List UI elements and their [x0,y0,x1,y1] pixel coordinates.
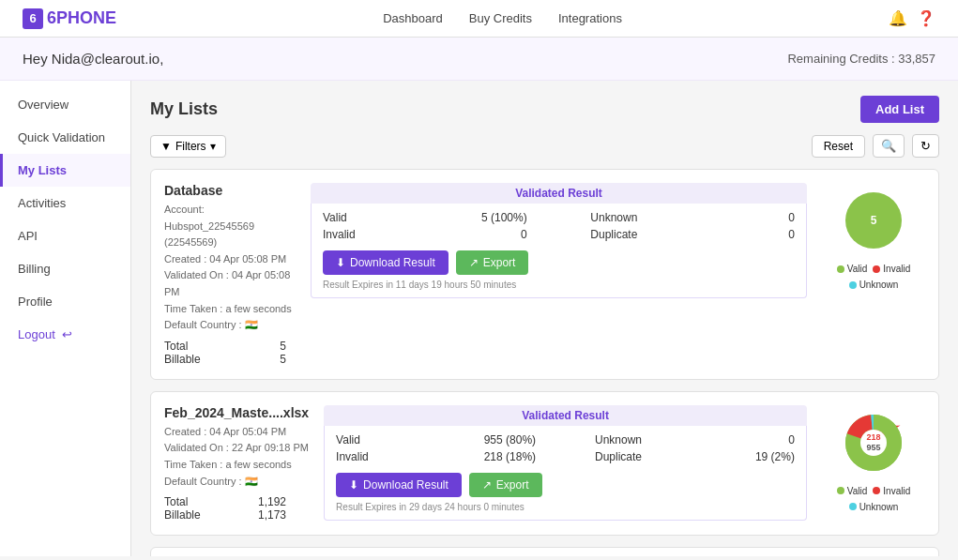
validated-section-database: Validated Result Valid 5 (100%) Unknown … [311,183,807,298]
flag-0: 🇮🇳 [245,319,258,330]
validated-body-1: Valid 955 (80%) Unknown 0 Invalid 218 (1… [324,426,807,521]
sidebar-item-overview[interactable]: Overview [0,88,130,121]
greeting-text: Hey Nida@clearout.io, [23,51,163,67]
filter-chevron: ▾ [210,140,216,153]
export-icon-1: ↗ [482,478,492,492]
expires-text-1: Result Expires in 29 days 24 hours 0 min… [336,502,795,512]
validated-title-0: Validated Result [311,183,807,204]
sidebar-item-my-lists[interactable]: My Lists [0,154,130,187]
valid-row-0: Valid 5 (100%) Unknown 0 [323,211,795,224]
logo-icon: 6 [23,8,43,29]
sidebar-item-quick-validation[interactable]: Quick Validation [0,121,130,154]
expires-text-0: Result Expires in 11 days 19 hours 50 mi… [323,280,795,290]
svg-text:955: 955 [866,443,880,452]
logo: 6 6PHONE [23,8,116,29]
invalid-row-0: Invalid 0 Duplicate 0 [323,228,795,241]
header-icons: 🔔 ❓ [889,9,935,27]
search-button[interactable]: 🔍 [873,134,905,158]
refresh-button[interactable]: ↻ [912,134,939,158]
export-button-0[interactable]: ↗ Export [456,250,529,275]
reset-button[interactable]: Reset [812,135,865,158]
card-totals-feb2024: Total1,192 Billable1,173 [164,495,309,522]
content: My Lists Add List ▼ Filters ▾ Reset 🔍 ↻ … [131,81,958,556]
sidebar-item-activities[interactable]: Activities [0,187,130,219]
sidebar-item-api[interactable]: API [0,219,130,252]
filter-label: Filters [175,140,206,153]
invalid-row-1: Invalid 218 (18%) Duplicate 19 (2%) [336,450,795,463]
validated-title-1: Validated Result [324,405,807,426]
nav-dashboard[interactable]: Dashboard [383,11,443,25]
validated-section-feb2024: Validated Result Valid 955 (80%) Unknown… [324,405,807,521]
pie-legend-0: Valid Invalid Unknown [822,264,925,290]
header-nav: Dashboard Buy Credits Integrations [383,11,622,25]
logout-icon: ↩ [62,327,72,341]
action-btns-1: ⬇ Download Result ↗ Export [336,473,795,497]
download-icon-1: ⬇ [349,478,358,492]
pie-legend-1: Valid Invalid Unknown [822,486,925,512]
export-button-1[interactable]: ↗ Export [469,473,542,497]
flag-1: 🇮🇳 [245,476,258,487]
valid-row-1: Valid 955 (80%) Unknown 0 [336,433,795,446]
card-info-database: Database Account: Hubspot_22545569 (2254… [164,183,296,366]
list-card-feb2024: Feb_2024_Maste....xlsx Created : 04 Apr … [150,391,939,536]
pie-chart-0: 5 [836,183,911,258]
pie-chart-1: 218 955 [836,405,911,480]
logo-text: 6PHONE [47,8,116,28]
bell-icon[interactable]: 🔔 [889,9,907,27]
nav-integrations[interactable]: Integrations [558,11,622,25]
download-button-0[interactable]: ⬇ Download Result [323,250,449,275]
nav-buy-credits[interactable]: Buy Credits [469,11,532,25]
sidebar-item-logout[interactable]: Logout ↩ [0,318,130,351]
svg-text:218: 218 [866,432,880,442]
list-card-june2024: June 2024 Mast....xlsx Created : 04 Apr … [150,547,939,556]
card-name-database: Database [164,183,296,198]
card-totals-database: Total5 Billable5 [164,340,296,366]
action-btns-0: ⬇ Download Result ↗ Export [323,250,795,275]
download-icon-0: ⬇ [336,256,345,269]
svg-text:5: 5 [871,214,877,227]
sidebar-item-billing[interactable]: Billing [0,252,130,285]
page-title: My Lists [150,99,218,119]
remaining-credits: Remaining Credits : 33,857 [787,52,935,66]
download-button-1[interactable]: ⬇ Download Result [336,473,462,497]
list-card-database: Database Account: Hubspot_22545569 (2254… [150,169,939,380]
add-list-button[interactable]: Add List [860,96,939,123]
content-header: My Lists Add List [150,96,939,123]
chart-area-feb2024: 218 955 Valid Invalid Unknown [822,405,925,512]
greeting-bar: Hey Nida@clearout.io, Remaining Credits … [0,38,958,81]
header: 6 6PHONE Dashboard Buy Credits Integrati… [0,0,958,38]
card-info-feb2024: Feb_2024_Maste....xlsx Created : 04 Apr … [164,405,309,522]
main-layout: Overview Quick Validation My Lists Activ… [0,81,958,556]
card-meta-database: Account: Hubspot_22545569 (22545569) Cre… [164,202,296,334]
chart-area-database: 5 Valid Invalid Unknown [822,183,925,290]
card-name-feb2024: Feb_2024_Maste....xlsx [164,405,309,420]
export-icon-0: ↗ [469,256,479,269]
sidebar-item-profile[interactable]: Profile [0,285,130,318]
filter-icon: ▼ [160,140,172,153]
help-icon[interactable]: ❓ [917,9,935,27]
card-meta-feb2024: Created : 04 Apr 05:04 PM Validated On :… [164,424,309,490]
filter-button[interactable]: ▼ Filters ▾ [150,135,226,158]
toolbar: ▼ Filters ▾ Reset 🔍 ↻ [150,134,939,158]
validated-body-0: Valid 5 (100%) Unknown 0 Invalid 0 Dupli… [311,204,807,298]
sidebar: Overview Quick Validation My Lists Activ… [0,81,131,556]
